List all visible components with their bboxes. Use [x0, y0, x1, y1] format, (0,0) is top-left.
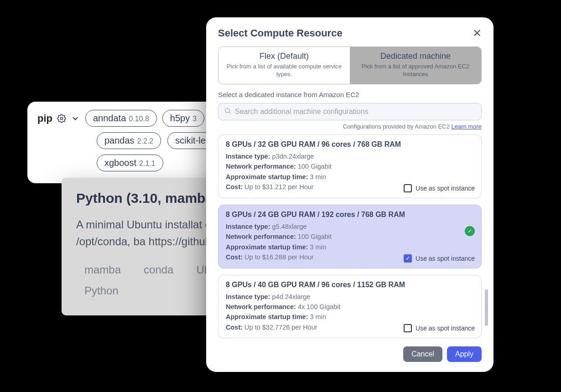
scrollbar[interactable]	[485, 289, 488, 326]
instance-cost: Up to $16.288 per Hour	[244, 253, 314, 261]
resource-type-tabs: Flex (Default) Pick from a list of avail…	[218, 46, 482, 84]
instance-network: 4x 100 Gigabit	[298, 303, 341, 310]
instance-spec: 8 GPUs / 24 GB GPU RAM / 192 cores / 768…	[226, 211, 474, 219]
search-icon	[224, 107, 231, 116]
selected-check-icon: ✓	[465, 226, 475, 236]
instance-startup: 3 min	[310, 313, 326, 320]
tab-flex[interactable]: Flex (Default) Pick from a list of avail…	[218, 47, 350, 84]
instance-select-label: Select a dedicated instance from Amazon …	[218, 91, 482, 98]
env-tag: Python	[84, 284, 119, 297]
checkbox-icon[interactable]	[404, 324, 412, 332]
spot-label: Use as spot instance	[416, 325, 475, 332]
tab-dedicated[interactable]: Dedicated machine Pick from a list of ap…	[350, 47, 481, 84]
package-version: 2.1.1	[139, 160, 156, 168]
cost-label: Cost:	[226, 324, 243, 331]
search-input[interactable]	[235, 108, 476, 116]
spot-instance-toggle[interactable]: Use as spot instance	[404, 324, 475, 332]
spot-label: Use as spot instance	[416, 255, 475, 262]
pip-label-group: pip	[37, 113, 80, 124]
spot-instance-toggle[interactable]: ✓ Use as spot instance	[404, 254, 475, 263]
instance-type: p4d.24xlarge	[272, 293, 311, 300]
instance-card[interactable]: 8 GPUs / 32 GB GPU RAM / 96 cores / 768 …	[218, 134, 482, 198]
modal-title: Select Compute Resource	[218, 27, 343, 39]
cost-label: Cost:	[226, 253, 243, 261]
package-chip[interactable]: xgboost 2.1.1	[97, 155, 163, 171]
instance-spec: 8 GPUs / 32 GB GPU RAM / 96 cores / 768 …	[226, 140, 474, 149]
instance-type-label: Instance type:	[226, 293, 270, 300]
gear-icon[interactable]	[57, 114, 66, 123]
startup-label: Approximate startup time:	[226, 313, 308, 320]
package-chip[interactable]: anndata 0.10.8	[85, 110, 157, 127]
cancel-button[interactable]: Cancel	[403, 346, 442, 362]
instance-type: g5.48xlarge	[272, 223, 307, 230]
env-tag: conda	[144, 263, 173, 276]
search-field-wrapper[interactable]	[218, 103, 482, 120]
tab-subtitle: Pick from a list of approved Amazon EC2 …	[354, 63, 477, 78]
compute-resource-modal: Select Compute Resource ✕ Flex (Default)…	[206, 17, 493, 372]
network-label: Network performance:	[226, 303, 296, 310]
learn-more-link[interactable]: Learn more	[452, 123, 482, 130]
instance-cost: Up to $31.212 per Hour	[244, 183, 314, 191]
instance-type-label: Instance type:	[226, 153, 270, 160]
instance-startup: 3 min	[310, 243, 326, 251]
package-version: 0.10.8	[129, 115, 149, 123]
tab-title: Flex (Default)	[223, 52, 345, 61]
instance-type: p3dn.24xlarge	[272, 153, 314, 160]
instance-spec: 8 GPUs / 40 GB GPU RAM / 96 cores / 1152…	[226, 281, 474, 289]
package-name: pandas	[104, 135, 135, 146]
config-source-row: Configurations provided by Amazon EC2 Le…	[218, 123, 482, 130]
checkbox-icon[interactable]: ✓	[404, 254, 412, 263]
package-name: anndata	[93, 113, 126, 124]
spot-instance-toggle[interactable]: Use as spot instance	[404, 184, 475, 192]
instance-card[interactable]: 8 GPUs / 24 GB GPU RAM / 192 cores / 768…	[218, 205, 482, 268]
tab-title: Dedicated machine	[354, 52, 477, 61]
svg-point-0	[61, 117, 63, 119]
startup-label: Approximate startup time:	[226, 173, 308, 181]
config-source-text: Configurations provided by Amazon EC2	[343, 123, 450, 130]
svg-point-1	[225, 108, 229, 112]
package-version: 3	[192, 115, 197, 123]
instance-network: 100 Gigabit	[298, 163, 332, 170]
package-name: xgboost	[104, 158, 136, 168]
env-tag: mamba	[84, 263, 121, 276]
startup-label: Approximate startup time:	[226, 243, 308, 251]
package-name: scikit-le	[175, 135, 206, 146]
instance-startup: 3 min	[310, 173, 326, 181]
spot-label: Use as spot instance	[416, 185, 475, 192]
cost-label: Cost:	[226, 183, 243, 191]
network-label: Network performance:	[226, 163, 296, 170]
close-icon[interactable]: ✕	[473, 28, 482, 39]
package-chip[interactable]: pandas 2.2.2	[97, 132, 161, 149]
svg-line-2	[229, 112, 230, 113]
package-version: 2.2.2	[137, 137, 154, 145]
package-name: h5py	[170, 113, 190, 124]
instance-network: 100 Gigabit	[298, 233, 332, 240]
package-chip[interactable]: h5py 3	[162, 110, 204, 127]
network-label: Network performance:	[226, 233, 296, 240]
chevron-down-icon[interactable]	[71, 114, 80, 123]
pip-label: pip	[37, 113, 52, 124]
instance-cost: Up to $32.7726 per Hour	[244, 324, 317, 331]
instance-list: 8 GPUs / 32 GB GPU RAM / 96 cores / 768 …	[218, 134, 482, 339]
tab-subtitle: Pick from a list of available compute se…	[223, 63, 345, 78]
instance-type-label: Instance type:	[226, 223, 270, 230]
apply-button[interactable]: Apply	[447, 346, 482, 362]
instance-card[interactable]: 8 GPUs / 40 GB GPU RAM / 96 cores / 1152…	[218, 275, 482, 339]
checkbox-icon[interactable]	[404, 184, 412, 192]
